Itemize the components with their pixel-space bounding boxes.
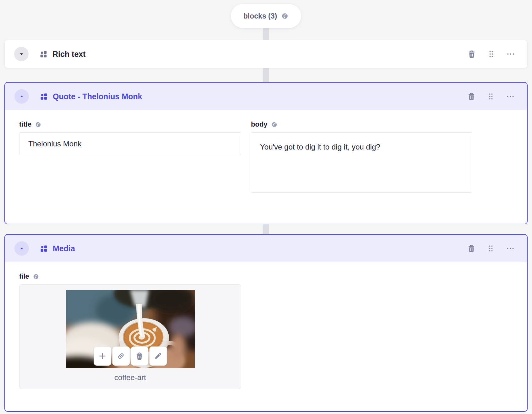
drag-handle[interactable] [486, 91, 496, 102]
more-options-button[interactable] [505, 243, 516, 254]
chevron-down-icon [18, 51, 24, 57]
ellipsis-icon [506, 244, 515, 253]
field-body: body You've got to dig it to dig it, you… [251, 120, 472, 194]
block-title: Rich text [52, 50, 86, 59]
globe-icon [33, 273, 39, 280]
blocks-list: Rich text Quote - Thelonius Monk [4, 40, 528, 412]
drag-handle[interactable] [486, 49, 497, 59]
chevron-up-icon [19, 245, 25, 252]
file-name: coffee-art [114, 373, 146, 382]
field-label: title [19, 120, 31, 128]
drag-handle[interactable] [486, 243, 496, 254]
more-options-button[interactable] [505, 49, 516, 59]
plus-icon [98, 352, 107, 360]
link-file-button[interactable] [112, 346, 130, 366]
body-textarea[interactable]: You've got to dig it to dig it, you dig? [251, 132, 472, 193]
pen-icon [154, 352, 162, 360]
upload-card: coffee-art [19, 284, 241, 389]
ellipsis-icon [506, 92, 515, 101]
collapse-toggle-button[interactable] [14, 241, 29, 256]
blocks-count-pill: blocks (3) [231, 4, 301, 28]
block-actions [466, 91, 516, 102]
block-header: Quote - Thelonius Monk [5, 83, 527, 110]
globe-icon [271, 121, 278, 128]
trash-icon [467, 244, 476, 253]
block-header: Rich text [5, 40, 527, 68]
block-title: Quote - Thelonius Monk [53, 92, 142, 101]
trash-icon [467, 92, 476, 101]
drag-dots-icon [487, 50, 496, 58]
field-file: file [19, 272, 527, 389]
trash-icon [467, 50, 476, 58]
block-media: Media file [4, 234, 528, 412]
remove-block-button[interactable] [466, 49, 477, 59]
field-title: title [19, 120, 241, 194]
globe-icon [35, 121, 41, 128]
more-options-button[interactable] [505, 91, 516, 102]
field-label: file [19, 272, 29, 281]
title-input[interactable] [19, 132, 241, 155]
remove-block-button[interactable] [466, 243, 477, 254]
trash-icon [135, 352, 144, 360]
drag-dots-icon [486, 92, 495, 101]
field-label-row: body [251, 120, 472, 128]
block-type-icon [40, 92, 48, 101]
collapse-toggle-button[interactable] [14, 89, 29, 104]
field-label: body [251, 120, 268, 128]
edit-file-button[interactable] [149, 346, 167, 366]
block-type-icon [39, 50, 48, 58]
link-icon [117, 352, 125, 360]
drag-dots-icon [486, 244, 495, 253]
add-file-button[interactable] [94, 346, 111, 366]
upload-actions [94, 346, 167, 366]
block-header: Media [5, 235, 527, 262]
block-content: title body You've got to dig it to dig i… [5, 110, 527, 224]
ellipsis-icon [506, 50, 515, 58]
field-label-row: file [19, 272, 527, 281]
remove-file-button[interactable] [131, 346, 148, 366]
globe-icon [281, 12, 289, 20]
collapse-toggle-button[interactable] [14, 47, 29, 61]
blocks-count-label: blocks (3) [243, 12, 277, 20]
block-actions [466, 49, 516, 59]
field-label-row: title [19, 120, 241, 128]
remove-block-button[interactable] [466, 91, 477, 102]
block-actions [466, 243, 516, 254]
upload-thumbnail [66, 290, 195, 368]
chevron-up-icon [19, 93, 25, 100]
block-content: file [5, 262, 527, 411]
block-type-icon [40, 244, 48, 253]
block-rich-text: Rich text [4, 40, 528, 68]
block-title: Media [53, 244, 75, 253]
block-quote: Quote - Thelonius Monk title [4, 82, 528, 224]
